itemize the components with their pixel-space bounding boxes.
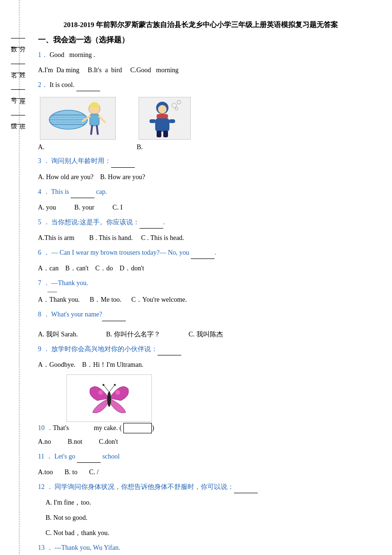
q2-image-b (139, 97, 191, 140)
q5-text: 当你想说:这是手。你应该说： . (51, 219, 165, 226)
q2-option-a-label: A. (38, 144, 45, 151)
q9-num: 9 ． (38, 345, 50, 353)
page-title: 2018-2019 年前郭尔罗斯蒙古族自治县长龙乡中心小学三年级上册英语模拟复习… (38, 19, 364, 30)
q11-text: Let's go school (54, 453, 120, 460)
svg-line-24 (103, 385, 109, 392)
q1-num: 1． (38, 51, 48, 58)
q5-options: A.This is arm B . This is hand. C . This… (38, 231, 364, 245)
page-content: 2018-2019 年前郭尔罗斯蒙古族自治县长龙乡中心小学三年级上册英语模拟复习… (0, 0, 392, 555)
q13-text: ---Thank you, Wu Yifan. (55, 544, 120, 551)
q2-blank (76, 79, 100, 91)
q3-options: A. How old are you? B. How are you? (38, 171, 364, 184)
q2-images-row: A. (38, 95, 364, 151)
question-8: 8 ． What's your name? (38, 308, 364, 321)
question-6: 6 ． — Can I wear my brown trousers today… (38, 247, 364, 259)
svg-rect-18 (155, 118, 169, 132)
svg-point-27 (114, 384, 116, 386)
q1-options: A.I'm Da ming B.It's a bird C.Good morni… (38, 64, 364, 77)
svg-line-10 (91, 126, 92, 134)
svg-point-14 (175, 107, 178, 110)
question-1: 1． Good morning . (38, 49, 364, 61)
svg-rect-20 (169, 119, 175, 123)
q6-options: A．can B．can't C．do D．don't (38, 262, 364, 275)
question-10: 10 ． That's my cake. ( ) (38, 423, 364, 433)
q13-num: 13 ． (38, 544, 53, 551)
question-4: 4 ． This is cap. (38, 186, 364, 198)
q8-num: 8 ． (38, 311, 50, 318)
q1-text: Good morning . (50, 51, 95, 58)
q12-option-a: A. I'm fine，too. (46, 496, 364, 509)
question-2: 2． It is cool. (38, 79, 364, 91)
section1-header: 一、我会选一选（选择题） (38, 35, 364, 45)
q4-options: A. you B. your C. I (38, 201, 364, 214)
q8-text: What's your name? (51, 311, 126, 318)
svg-line-9 (99, 116, 105, 122)
svg-rect-17 (157, 114, 168, 119)
question-3: 3 ． 询问别人年龄时用： (38, 155, 364, 167)
svg-point-25 (103, 384, 104, 386)
svg-rect-22 (163, 131, 168, 137)
q12-num: 12 ． (38, 483, 53, 490)
svg-point-28 (98, 390, 103, 395)
q12-text: 同学询问你身体状况，你想告诉他身体不舒服时，你可以说： (55, 483, 258, 490)
q2-image-b-container: B. (137, 95, 193, 151)
q10-num: 10 ． (38, 424, 53, 432)
q2-text: It is cool. (50, 81, 100, 88)
svg-point-16 (158, 105, 167, 114)
svg-rect-19 (149, 119, 156, 123)
svg-rect-7 (90, 114, 99, 126)
svg-point-12 (172, 103, 177, 108)
q4-num: 4 ． (38, 188, 50, 195)
question-13: 13 ． ---Thank you, Wu Yifan. (38, 542, 364, 554)
q2-num: 2． (38, 81, 48, 88)
svg-point-23 (107, 392, 111, 407)
q7-dashes (47, 292, 57, 292)
q9-options: A．Goodbye. B．Hi！I'm Ultraman. (38, 358, 364, 372)
butterfly-image (66, 374, 152, 422)
question-9: 9 ． 放学时你会高兴地对你的小伙伴说： (38, 343, 364, 355)
q4-text: This is cap. (51, 188, 107, 195)
q12-option-b: B. Not so good. (46, 511, 364, 525)
svg-point-13 (177, 100, 181, 104)
q7-options: A．Thank you. B．Me too. C．You're welcome. (38, 293, 364, 306)
q2-image-b-svg (141, 98, 188, 139)
svg-point-6 (90, 102, 99, 108)
q10-answer-box (123, 423, 152, 433)
svg-line-11 (97, 126, 98, 134)
question-11: 11 ． Let's go school (38, 450, 364, 463)
svg-rect-21 (157, 131, 161, 137)
q10-text: That's my cake. ( (53, 424, 122, 432)
q2-image-a-container: A. (38, 95, 118, 151)
q2-image-a-svg (42, 98, 113, 139)
q9-text: 放学时你会高兴地对你的小伙伴说： (51, 345, 181, 353)
butterfly-svg (85, 379, 133, 417)
q6-num: 6 ． (38, 249, 50, 256)
q2-image-a (40, 97, 116, 140)
q12-option-c: C. Not bad，thank you. (46, 526, 364, 540)
svg-line-26 (109, 385, 115, 392)
svg-point-29 (115, 390, 120, 395)
q2-option-b-label: B. (137, 144, 143, 151)
q7-text: —Thank you. (51, 279, 88, 287)
q11-num: 11 ． (38, 453, 53, 460)
q3-num: 3 ． (38, 157, 50, 164)
q6-text: — Can I wear my brown trousers today?— N… (51, 249, 216, 256)
question-12: 12 ． 同学询问你身体状况，你想告诉他身体不舒服时，你可以说： (38, 481, 364, 493)
q11-options: A.too B. to C. / (38, 466, 364, 479)
q5-num: 5 ． (38, 219, 50, 226)
q9-image-container (66, 374, 364, 422)
question-7: 7 ． —Thank you. (38, 277, 364, 289)
question-5: 5 ． 当你想说:这是手。你应该说： . (38, 216, 364, 229)
q8-options: A. 我叫 Sarah. B. 你叫什么名字？ C. 我叫陈杰 (38, 328, 364, 341)
q10-options: A.no B.not C.don't (38, 435, 364, 449)
q7-num: 7 ． (38, 279, 50, 287)
q3-text: 询问别人年龄时用： (51, 157, 135, 164)
